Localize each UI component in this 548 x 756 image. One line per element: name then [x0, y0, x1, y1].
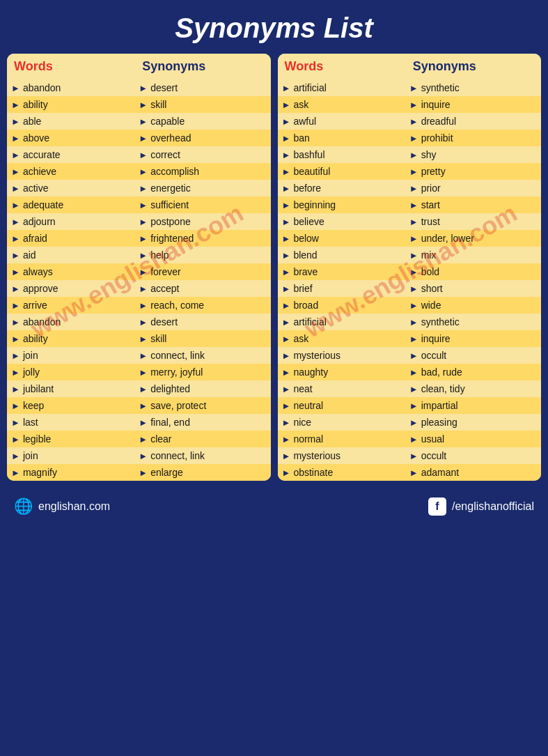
syn-cell: ► wide: [409, 300, 537, 311]
table-row: ► jubilant ► delighted: [7, 380, 271, 397]
syn-cell: ► merry, joyful: [139, 367, 266, 378]
left-word-header: Words: [14, 59, 135, 74]
arrow-icon: ►: [409, 300, 418, 311]
table-row: ► join ► connect, link: [7, 347, 271, 364]
word-text: brave: [293, 266, 318, 277]
table-row: ► ban ► prohibit: [278, 130, 542, 146]
word-text: above: [23, 132, 49, 144]
syn-cell: ► clean, tidy: [409, 383, 537, 394]
word-text: ask: [293, 333, 308, 344]
word-cell: ► above: [11, 132, 139, 144]
arrow-icon: ►: [282, 417, 291, 428]
word-cell: ► ask: [282, 99, 409, 110]
syn-text: forever: [150, 266, 181, 277]
arrow-icon: ►: [282, 100, 291, 110]
page-title: Synonyms List: [0, 0, 548, 54]
syn-text: bold: [421, 266, 439, 277]
syn-text: merry, joyful: [150, 367, 203, 378]
social-label: /englishanofficial: [452, 500, 534, 513]
right-word-header: Words: [285, 59, 406, 74]
facebook-icon: f: [428, 497, 446, 516]
syn-cell: ► sufficient: [139, 199, 266, 210]
arrow-icon: ►: [11, 167, 20, 177]
syn-text: correct: [150, 149, 180, 160]
word-text: mysterious: [293, 350, 340, 361]
table-row: ► ask ► inquire: [278, 96, 542, 113]
word-text: before: [293, 183, 321, 194]
table-row: ► brief ► short: [278, 280, 542, 297]
syn-cell: ► skill: [139, 333, 266, 344]
syn-cell: ► prior: [409, 183, 537, 194]
table-row: ► last ► final, end: [7, 414, 271, 431]
word-cell: ► last: [11, 417, 139, 428]
word-cell: ► neat: [282, 383, 409, 394]
syn-cell: ► impartial: [409, 400, 537, 411]
table-row: ► believe ► trust: [278, 213, 542, 230]
table-row: ► naughty ► bad, rude: [278, 364, 542, 380]
word-cell: ► ability: [11, 99, 139, 110]
word-text: below: [293, 233, 319, 244]
table-row: ► normal ► usual: [278, 431, 542, 447]
word-cell: ► ban: [282, 132, 409, 144]
arrow-icon: ►: [139, 300, 148, 311]
arrow-icon: ►: [11, 183, 20, 194]
word-text: bashful: [293, 149, 324, 160]
syn-cell: ► pleasing: [409, 417, 537, 428]
word-cell: ► broad: [282, 300, 409, 311]
arrow-icon: ►: [139, 267, 148, 277]
table-row: ► ask ► inquire: [278, 330, 542, 347]
table-row: ► bashful ► shy: [278, 146, 542, 163]
table-row: ► able ► capable: [7, 113, 271, 130]
word-text: aid: [23, 249, 36, 261]
word-cell: ► ability: [11, 333, 139, 344]
left-table-body: ► abandon ► desert ► ability ► skill: [7, 79, 271, 481]
table-row: ► arrive ► reach, come: [7, 297, 271, 314]
arrow-icon: ►: [11, 233, 20, 244]
syn-cell: ► bold: [409, 266, 537, 277]
arrow-icon: ►: [139, 384, 148, 394]
arrow-icon: ►: [409, 434, 418, 445]
arrow-icon: ►: [409, 150, 418, 160]
arrow-icon: ►: [282, 233, 291, 244]
syn-text: synthetic: [421, 82, 460, 93]
arrow-icon: ►: [282, 401, 291, 411]
word-cell: ► mysterious: [282, 350, 409, 361]
word-text: able: [23, 116, 41, 127]
arrow-icon: ►: [11, 434, 20, 445]
word-cell: ► artificial: [282, 316, 409, 327]
word-cell: ► arrive: [11, 300, 139, 311]
syn-text: clear: [150, 433, 171, 445]
arrow-icon: ►: [282, 83, 291, 93]
word-text: ability: [23, 99, 48, 110]
word-text: ask: [293, 99, 308, 110]
syn-text: start: [421, 199, 440, 210]
syn-text: skill: [150, 99, 166, 110]
syn-cell: ► shy: [409, 149, 537, 160]
arrow-icon: ►: [409, 417, 418, 428]
arrow-icon: ►: [282, 350, 291, 361]
arrow-icon: ►: [409, 350, 418, 361]
table-row: ► always ► forever: [7, 263, 271, 280]
arrow-icon: ►: [139, 434, 148, 445]
word-cell: ► abandon: [11, 82, 139, 93]
arrow-icon: ►: [11, 350, 20, 361]
syn-text: skill: [150, 333, 166, 344]
arrow-icon: ►: [139, 167, 148, 177]
arrow-icon: ►: [409, 468, 418, 478]
syn-cell: ► occult: [409, 350, 537, 361]
syn-text: save, protect: [150, 400, 206, 411]
table-row: ► broad ► wide: [278, 297, 542, 314]
arrow-icon: ►: [11, 150, 20, 160]
table-row: ► adequate ► sufficient: [7, 196, 271, 213]
table-row: ► artificial ► synthetic: [278, 79, 542, 96]
syn-cell: ► save, protect: [139, 400, 266, 411]
arrow-icon: ►: [282, 183, 291, 194]
syn-text: postpone: [150, 216, 191, 227]
arrow-icon: ►: [11, 334, 20, 344]
syn-cell: ► usual: [409, 433, 537, 445]
table-row: ► awful ► dreadful: [278, 113, 542, 130]
arrow-icon: ►: [139, 100, 148, 110]
arrow-icon: ►: [11, 284, 20, 294]
arrow-icon: ►: [11, 417, 20, 428]
arrow-icon: ►: [409, 233, 418, 244]
